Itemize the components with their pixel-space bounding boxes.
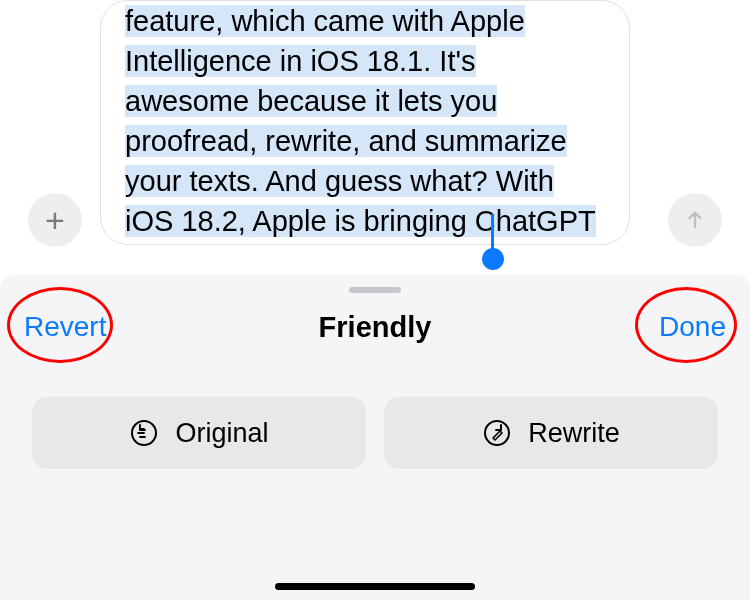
text-selection-caret bbox=[491, 214, 494, 250]
original-label: Original bbox=[175, 418, 268, 449]
text-selection-handle[interactable] bbox=[482, 248, 504, 270]
sheet-title: Friendly bbox=[319, 311, 432, 344]
add-button[interactable]: + bbox=[28, 193, 82, 247]
writing-tools-sheet: Revert Friendly Done Original Rewrite bbox=[0, 275, 750, 600]
plus-icon: + bbox=[45, 201, 65, 240]
home-indicator[interactable] bbox=[275, 583, 475, 590]
done-button[interactable]: Done bbox=[659, 311, 726, 343]
undo-circle-icon bbox=[129, 418, 159, 448]
rewrite-button[interactable]: Rewrite bbox=[384, 397, 718, 469]
revert-button[interactable]: Revert bbox=[24, 311, 106, 343]
redo-circle-icon bbox=[482, 418, 512, 448]
rewrite-label: Rewrite bbox=[528, 418, 620, 449]
message-input[interactable]: feature, which came with Apple Intellige… bbox=[100, 0, 630, 245]
send-button[interactable] bbox=[668, 193, 722, 247]
arrow-up-icon bbox=[684, 209, 706, 231]
original-button[interactable]: Original bbox=[32, 397, 366, 469]
message-text: feature, which came with Apple Intellige… bbox=[125, 5, 596, 245]
